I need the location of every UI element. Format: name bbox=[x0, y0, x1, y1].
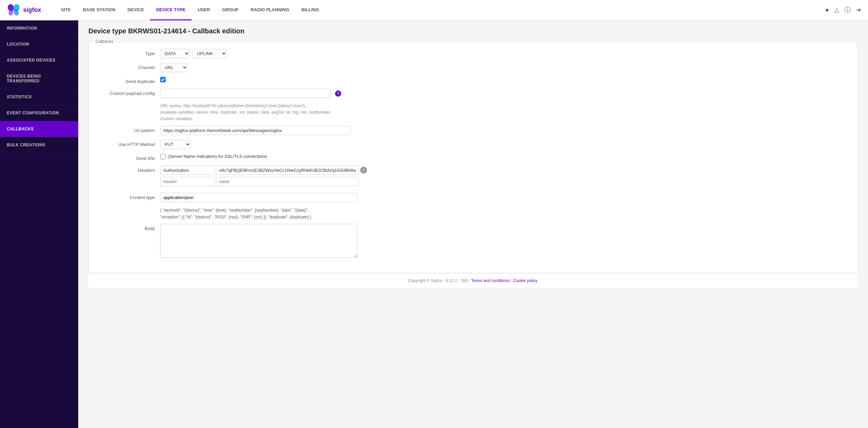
http-method-controls: PUT GET POST bbox=[160, 140, 847, 149]
sidebar-item-devices-being-transferred[interactable]: DEVICES BEING TRANSFERRED bbox=[0, 68, 78, 89]
nav-item-device-type[interactable]: DEVICE TYPE bbox=[150, 0, 191, 20]
nav-item-device[interactable]: DEVICE bbox=[121, 0, 150, 20]
nav-right-icons: ● △ ⓘ ➔ bbox=[825, 6, 861, 14]
header-value-authorization[interactable] bbox=[216, 166, 359, 175]
header-value-empty[interactable] bbox=[216, 177, 359, 186]
custom-payload-label: Custom payload config bbox=[99, 89, 160, 96]
body-textarea[interactable] bbox=[160, 224, 357, 258]
http-method-label: Use HTTP Method bbox=[99, 140, 160, 147]
url-pattern-row: Url pattern bbox=[99, 126, 847, 135]
footer-cookie-link[interactable]: Cookie policy. bbox=[513, 278, 538, 283]
channel-controls: URL bbox=[160, 63, 847, 72]
info-line1: URL syntax: http://host/path?id={device}… bbox=[160, 103, 308, 108]
sidebar-item-callbacks[interactable]: CALLBACKS bbox=[0, 121, 78, 137]
logo-text: sigfox bbox=[23, 6, 41, 14]
header-row-authorization: × bbox=[160, 166, 847, 175]
content-type-controls bbox=[160, 193, 847, 202]
send-sni-controls: (Server Name Indication) for SSL/TLS con… bbox=[160, 154, 847, 159]
header-row-empty bbox=[160, 177, 847, 186]
send-duplicate-row: Send duplicate bbox=[99, 77, 847, 84]
custom-payload-row: Custom payload config ? bbox=[99, 89, 847, 98]
sidebar: INFORMATION LOCATION ASSOCIATED DEVICES … bbox=[0, 20, 78, 428]
nav-item-base-station[interactable]: BASE STATION bbox=[77, 0, 121, 20]
custom-payload-help-icon[interactable]: ? bbox=[335, 90, 341, 97]
sidebar-item-bulk-creations[interactable]: BULK CREATIONS bbox=[0, 137, 78, 153]
channel-row: Channel URL bbox=[99, 63, 847, 72]
footer: Copyright © Sigfox - 6.12.2 - 268 - Term… bbox=[88, 273, 858, 288]
type-controls: DATA UPLINK bbox=[160, 49, 847, 58]
sidebar-item-location[interactable]: LOCATION bbox=[0, 36, 78, 52]
send-sni-checkbox[interactable] bbox=[160, 154, 166, 159]
sidebar-item-event-configuration[interactable]: EVENT CONFIGURATION bbox=[0, 105, 78, 121]
nav-links: SITE BASE STATION DEVICE DEVICE TYPE USE… bbox=[55, 0, 825, 20]
content-type-row: Content type bbox=[99, 193, 847, 202]
type-row: Type DATA UPLINK bbox=[99, 49, 847, 58]
content-type-input[interactable] bbox=[160, 193, 357, 202]
type-label: Type bbox=[99, 49, 160, 56]
send-duplicate-label: Send duplicate bbox=[99, 77, 160, 84]
url-pattern-input[interactable] bbox=[160, 126, 351, 135]
url-pattern-label: Url pattern bbox=[99, 126, 160, 133]
info-line3: Custom variables: bbox=[160, 116, 193, 121]
json-body-line2: "reception": [{ "id": "{station}", "RSSI… bbox=[160, 214, 847, 220]
info-line2: Available variables: device, time, dupli… bbox=[160, 110, 330, 115]
header-key-authorization[interactable] bbox=[160, 166, 215, 175]
custom-payload-controls: ? bbox=[160, 89, 847, 98]
callbacks-box: Callbacks Type DATA UPLINK Channel bbox=[88, 42, 858, 273]
json-body-line1: { "deviceId": "{device}", "time": {time}… bbox=[160, 207, 847, 214]
page-title: Device type BKRWS01-214614 - Callback ed… bbox=[88, 27, 858, 35]
content-type-label: Content type bbox=[99, 193, 160, 200]
body-controls bbox=[160, 224, 847, 258]
footer-copyright: Copyright © Sigfox - 6.12.2 - 268 - bbox=[408, 278, 471, 283]
json-body-container: { "deviceId": "{device}", "time": {time}… bbox=[160, 207, 847, 221]
logo[interactable]: sigfox bbox=[7, 3, 41, 17]
logout-icon[interactable]: ➔ bbox=[856, 6, 861, 14]
sidebar-item-associated-devices[interactable]: ASSOCIATED DEVICES bbox=[0, 52, 78, 68]
headers-row: Headers × bbox=[99, 166, 847, 188]
channel-select[interactable]: URL bbox=[160, 63, 188, 72]
sidebar-item-information[interactable]: INFORMATION bbox=[0, 20, 78, 36]
http-method-row: Use HTTP Method PUT GET POST bbox=[99, 140, 847, 149]
url-info-text: URL syntax: http://host/path?id={device}… bbox=[160, 103, 847, 122]
main-content: Device type BKRWS01-214614 - Callback ed… bbox=[78, 20, 868, 428]
sidebar-item-statistics[interactable]: STATISTICS bbox=[0, 89, 78, 105]
nav-item-group[interactable]: GROUP bbox=[216, 0, 245, 20]
send-duplicate-controls bbox=[160, 77, 847, 82]
header-key-empty[interactable] bbox=[160, 177, 215, 186]
send-sni-row: Send SNI (Server Name Indication) for SS… bbox=[99, 154, 847, 161]
user-icon[interactable]: ● bbox=[825, 6, 829, 14]
custom-payload-input[interactable] bbox=[160, 89, 330, 98]
http-method-select[interactable]: PUT GET POST bbox=[160, 140, 191, 149]
body-row: Body bbox=[99, 224, 847, 258]
callbacks-legend: Callbacks bbox=[94, 39, 115, 44]
headers-label: Headers bbox=[99, 166, 160, 173]
layout: INFORMATION LOCATION ASSOCIATED DEVICES … bbox=[0, 20, 868, 428]
help-circle-icon[interactable]: ⓘ bbox=[845, 6, 851, 14]
headers-container: × bbox=[160, 166, 847, 188]
nav-item-billing[interactable]: BILLING bbox=[295, 0, 325, 20]
channel-label: Channel bbox=[99, 63, 160, 70]
nav-item-site[interactable]: SITE bbox=[55, 0, 77, 20]
url-pattern-controls bbox=[160, 126, 847, 135]
top-navigation: sigfox SITE BASE STATION DEVICE DEVICE T… bbox=[0, 0, 868, 20]
body-label: Body bbox=[99, 224, 160, 231]
alert-icon[interactable]: △ bbox=[834, 6, 839, 14]
footer-terms-link[interactable]: Terms and conditions bbox=[471, 278, 510, 283]
send-sni-label: Send SNI bbox=[99, 154, 160, 161]
header-remove-authorization[interactable]: × bbox=[360, 167, 367, 174]
type-select-uplink[interactable]: UPLINK bbox=[193, 49, 227, 58]
nav-item-user[interactable]: USER bbox=[191, 0, 216, 20]
nav-item-radio-planning[interactable]: RADIO PLANNING bbox=[245, 0, 295, 20]
type-select-data[interactable]: DATA bbox=[160, 49, 190, 58]
send-sni-description: (Server Name Indication) for SSL/TLS con… bbox=[168, 154, 267, 159]
send-duplicate-checkbox[interactable] bbox=[160, 77, 166, 82]
